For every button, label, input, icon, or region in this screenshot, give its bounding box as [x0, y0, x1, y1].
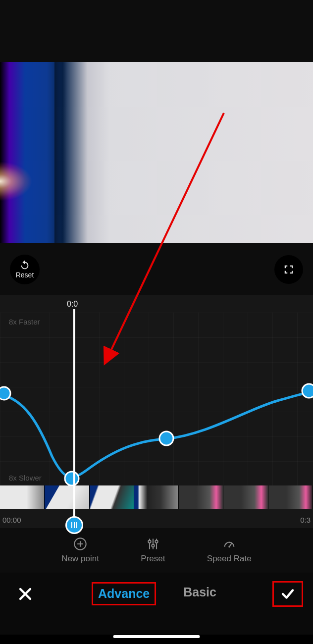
preset-label: Preset: [141, 554, 165, 564]
curve-point-2[interactable]: [65, 472, 79, 485]
svg-point-6: [228, 546, 230, 548]
curve-point-4[interactable]: [302, 384, 313, 398]
check-icon: [280, 587, 295, 601]
svg-point-3: [148, 540, 151, 543]
speed-rate-button[interactable]: Speed Rate: [207, 537, 252, 564]
video-preview[interactable]: [0, 62, 313, 243]
reset-icon: [19, 260, 30, 270]
top-bar: [0, 0, 313, 62]
fullscreen-icon: [283, 264, 294, 275]
filmstrip[interactable]: [0, 485, 313, 509]
film-frame: [268, 485, 313, 509]
fullscreen-button[interactable]: [274, 255, 303, 284]
gauge-icon: [222, 537, 236, 551]
sliders-icon: [146, 537, 160, 551]
new-point-label: New point: [61, 554, 99, 564]
svg-point-5: [155, 540, 157, 543]
playhead-handle[interactable]: [65, 516, 83, 534]
film-frame: [0, 485, 45, 509]
film-frame: [45, 485, 89, 509]
playhead[interactable]: [73, 309, 75, 525]
mode-bar: Advance Basic: [0, 573, 313, 615]
curve-point-1[interactable]: [0, 387, 10, 400]
reset-button[interactable]: Reset: [10, 255, 40, 284]
speed-curve[interactable]: [0, 313, 313, 486]
film-frame: [90, 485, 134, 509]
svg-point-4: [152, 544, 154, 547]
close-button[interactable]: [10, 581, 41, 607]
mode-tabs: Advance Basic: [92, 582, 221, 605]
bottom-spacer: [0, 615, 313, 635]
speed-rate-label: Speed Rate: [207, 554, 252, 564]
film-frame: [134, 485, 179, 509]
confirm-button[interactable]: [272, 581, 303, 607]
time-start: 00:00: [2, 516, 21, 524]
close-icon: [18, 587, 33, 601]
tab-basic[interactable]: Basic: [178, 582, 221, 605]
plus-circle-icon: [73, 537, 87, 551]
home-indicator[interactable]: [113, 635, 200, 638]
current-time-label: 0:0: [67, 300, 78, 309]
tab-advance[interactable]: Advance: [92, 582, 156, 605]
preview-controls: Reset: [0, 243, 313, 295]
curve-point-3[interactable]: [159, 431, 173, 445]
film-frame: [223, 485, 268, 509]
time-end: 0:3: [300, 516, 311, 524]
preset-button[interactable]: Preset: [141, 537, 165, 564]
speed-graph-area[interactable]: 0:0 8x Faster 8x Slower 00:00 0:3: [0, 295, 313, 528]
new-point-button[interactable]: New point: [61, 537, 99, 564]
film-frame: [179, 485, 223, 509]
reset-label: Reset: [16, 271, 34, 279]
toolbar: New point Preset Speed Rate: [0, 528, 313, 573]
